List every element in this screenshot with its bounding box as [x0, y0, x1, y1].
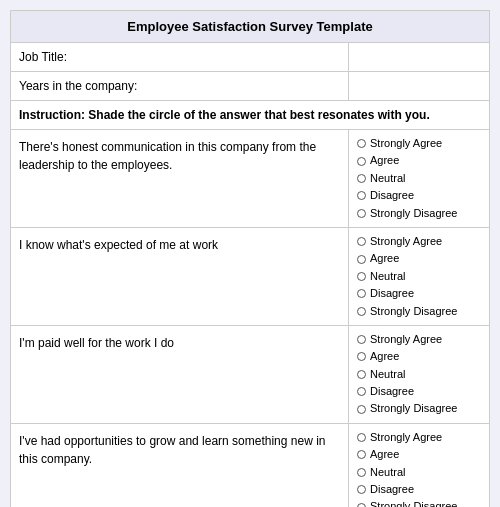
answer-options-1: Strongly AgreeAgreeNeutralDisagreeStrong… — [349, 130, 489, 227]
instruction-row: Instruction: Shade the circle of the ans… — [11, 101, 489, 130]
option-item-3-1[interactable]: Strongly Agree — [357, 332, 481, 347]
radio-circle-1-5[interactable] — [357, 209, 366, 218]
questions-container: There's honest communication in this com… — [11, 130, 489, 507]
option-item-4-5[interactable]: Strongly Disagree — [357, 499, 481, 507]
option-item-1-4[interactable]: Disagree — [357, 188, 481, 203]
radio-circle-2-1[interactable] — [357, 237, 366, 246]
option-label-3-2: Agree — [370, 349, 399, 364]
option-item-1-3[interactable]: Neutral — [357, 171, 481, 186]
option-label-1-5: Strongly Disagree — [370, 206, 457, 221]
option-item-4-1[interactable]: Strongly Agree — [357, 430, 481, 445]
option-item-4-2[interactable]: Agree — [357, 447, 481, 462]
job-title-value[interactable] — [349, 43, 489, 71]
option-item-3-5[interactable]: Strongly Disagree — [357, 401, 481, 416]
answer-options-3: Strongly AgreeAgreeNeutralDisagreeStrong… — [349, 326, 489, 423]
option-label-3-1: Strongly Agree — [370, 332, 442, 347]
question-row-2: I know what's expected of me at workStro… — [11, 228, 489, 326]
radio-circle-2-3[interactable] — [357, 272, 366, 281]
radio-circle-3-5[interactable] — [357, 405, 366, 414]
option-label-3-4: Disagree — [370, 384, 414, 399]
option-label-2-4: Disagree — [370, 286, 414, 301]
question-text-1: There's honest communication in this com… — [11, 130, 349, 227]
radio-circle-1-3[interactable] — [357, 174, 366, 183]
question-row-3: I'm paid well for the work I doStrongly … — [11, 326, 489, 424]
radio-circle-1-1[interactable] — [357, 139, 366, 148]
option-item-3-2[interactable]: Agree — [357, 349, 481, 364]
years-value[interactable] — [349, 72, 489, 100]
radio-circle-2-4[interactable] — [357, 289, 366, 298]
question-row-1: There's honest communication in this com… — [11, 130, 489, 228]
option-label-2-1: Strongly Agree — [370, 234, 442, 249]
option-item-2-5[interactable]: Strongly Disagree — [357, 304, 481, 319]
radio-circle-4-2[interactable] — [357, 450, 366, 459]
option-item-3-4[interactable]: Disagree — [357, 384, 481, 399]
radio-circle-3-4[interactable] — [357, 387, 366, 396]
job-title-row: Job Title: — [11, 43, 489, 72]
answer-options-2: Strongly AgreeAgreeNeutralDisagreeStrong… — [349, 228, 489, 325]
question-text-4: I've had opportunities to grow and learn… — [11, 424, 349, 507]
option-label-1-2: Agree — [370, 153, 399, 168]
survey-title: Employee Satisfaction Survey Template — [11, 11, 489, 43]
option-label-4-2: Agree — [370, 447, 399, 462]
radio-circle-4-3[interactable] — [357, 468, 366, 477]
radio-circle-3-1[interactable] — [357, 335, 366, 344]
option-label-1-4: Disagree — [370, 188, 414, 203]
answer-options-4: Strongly AgreeAgreeNeutralDisagreeStrong… — [349, 424, 489, 507]
radio-circle-2-2[interactable] — [357, 255, 366, 264]
question-row-4: I've had opportunities to grow and learn… — [11, 424, 489, 507]
option-label-4-4: Disagree — [370, 482, 414, 497]
option-item-4-4[interactable]: Disagree — [357, 482, 481, 497]
option-label-2-5: Strongly Disagree — [370, 304, 457, 319]
option-item-1-2[interactable]: Agree — [357, 153, 481, 168]
job-title-label: Job Title: — [11, 43, 349, 71]
option-item-3-3[interactable]: Neutral — [357, 367, 481, 382]
radio-circle-4-4[interactable] — [357, 485, 366, 494]
survey-container: Employee Satisfaction Survey Template Jo… — [10, 10, 490, 507]
option-item-2-3[interactable]: Neutral — [357, 269, 481, 284]
radio-circle-3-3[interactable] — [357, 370, 366, 379]
radio-circle-1-4[interactable] — [357, 191, 366, 200]
question-text-3: I'm paid well for the work I do — [11, 326, 349, 423]
question-text-2: I know what's expected of me at work — [11, 228, 349, 325]
option-label-4-5: Strongly Disagree — [370, 499, 457, 507]
option-label-4-1: Strongly Agree — [370, 430, 442, 445]
years-label: Years in the company: — [11, 72, 349, 100]
option-item-4-3[interactable]: Neutral — [357, 465, 481, 480]
option-item-2-1[interactable]: Strongly Agree — [357, 234, 481, 249]
option-label-1-1: Strongly Agree — [370, 136, 442, 151]
years-row: Years in the company: — [11, 72, 489, 101]
option-label-3-5: Strongly Disagree — [370, 401, 457, 416]
option-label-2-2: Agree — [370, 251, 399, 266]
radio-circle-4-5[interactable] — [357, 503, 366, 507]
radio-circle-3-2[interactable] — [357, 352, 366, 361]
radio-circle-4-1[interactable] — [357, 433, 366, 442]
option-label-3-3: Neutral — [370, 367, 405, 382]
option-label-2-3: Neutral — [370, 269, 405, 284]
option-item-2-4[interactable]: Disagree — [357, 286, 481, 301]
option-item-1-5[interactable]: Strongly Disagree — [357, 206, 481, 221]
option-item-2-2[interactable]: Agree — [357, 251, 481, 266]
option-label-4-3: Neutral — [370, 465, 405, 480]
radio-circle-2-5[interactable] — [357, 307, 366, 316]
radio-circle-1-2[interactable] — [357, 157, 366, 166]
option-item-1-1[interactable]: Strongly Agree — [357, 136, 481, 151]
option-label-1-3: Neutral — [370, 171, 405, 186]
